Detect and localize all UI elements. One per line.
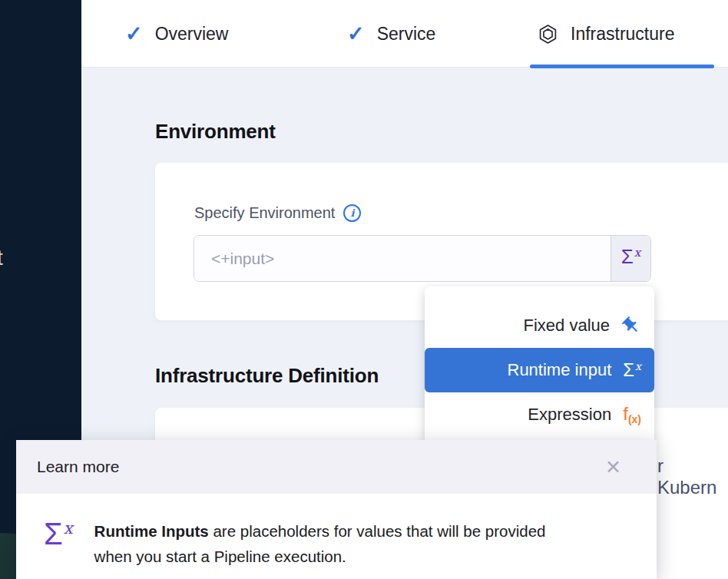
dropdown-item-expression[interactable]: Expression f(x): [425, 392, 654, 437]
dropdown-item-fixed-value[interactable]: Fixed value: [425, 303, 654, 348]
runtime-input-icon: Σx: [621, 246, 641, 266]
app-frame: t ✓ Overview ✓ Service Infrastructure En…: [0, 0, 728, 579]
dropdown-item-label: Expression: [528, 405, 611, 425]
sidebar-clipped-text: t: [0, 246, 3, 270]
check-icon: ✓: [125, 24, 143, 45]
tab-label: Service: [377, 24, 436, 45]
close-icon[interactable]: ✕: [605, 458, 621, 477]
popover-body: Σx Runtime Inputs are placeholders for v…: [16, 494, 657, 569]
environment-input-group: Σx: [194, 235, 651, 282]
stage-tab-bar: ✓ Overview ✓ Service Infrastructure: [81, 0, 728, 68]
sigma-x-icon: Σx: [44, 518, 73, 569]
popover-header: Learn more ✕: [16, 440, 657, 494]
dropdown-item-label: Fixed value: [523, 316, 610, 336]
popover-title: Learn more: [37, 458, 119, 476]
tab-label: Infrastructure: [571, 24, 675, 45]
info-icon[interactable]: i: [343, 204, 361, 222]
active-tab-indicator: [530, 65, 714, 68]
specify-environment-label: Specify Environment i: [194, 204, 361, 222]
value-type-dropdown: Fixed value Runtime input Σx Expression …: [425, 286, 654, 445]
pin-icon: [621, 316, 641, 336]
tab-overview[interactable]: ✓ Overview: [125, 0, 228, 68]
infrastructure-definition-heading: Infrastructure Definition: [155, 364, 379, 388]
hexagon-icon: [538, 24, 558, 45]
check-icon: ✓: [347, 24, 365, 45]
environment-heading: Environment: [155, 120, 276, 144]
dropdown-item-runtime-input[interactable]: Runtime input Σx: [425, 348, 654, 392]
environment-input[interactable]: [194, 236, 611, 281]
tab-service[interactable]: ✓ Service: [347, 0, 435, 68]
tab-infrastructure[interactable]: Infrastructure: [538, 0, 675, 68]
clipped-card-text: r Kubern: [657, 455, 728, 498]
field-label-text: Specify Environment: [194, 204, 335, 222]
tab-label: Overview: [155, 24, 229, 45]
popover-text-bold: Runtime Inputs: [94, 522, 209, 540]
multi-type-button[interactable]: Σx: [611, 236, 650, 281]
learn-more-popover: Learn more ✕ Σx Runtime Inputs are place…: [16, 440, 657, 579]
sigma-x-icon: Σx: [623, 361, 641, 379]
fx-icon: f(x): [623, 405, 641, 425]
popover-text: Runtime Inputs are placeholders for valu…: [94, 518, 555, 569]
dropdown-item-label: Runtime input: [508, 360, 612, 380]
